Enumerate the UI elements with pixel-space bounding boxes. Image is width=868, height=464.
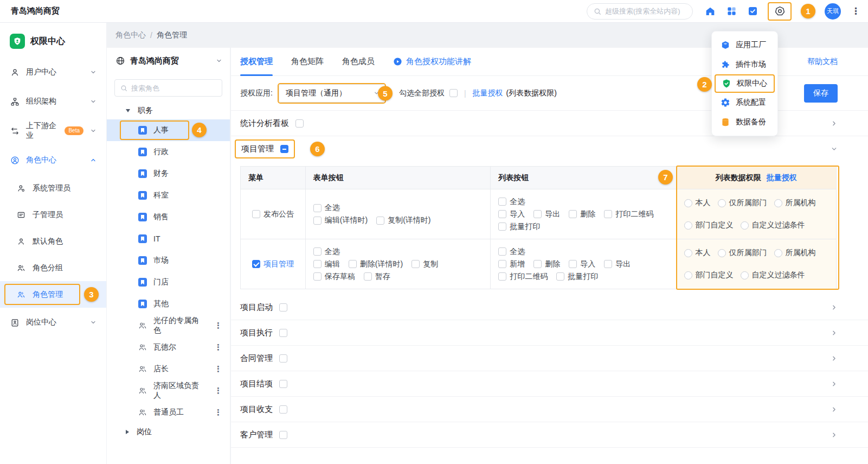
tree-group-post[interactable]: 岗位 bbox=[107, 423, 230, 441]
checkbox-option[interactable]: 打印二维码 bbox=[604, 209, 653, 219]
global-search-input[interactable] bbox=[605, 7, 686, 15]
radio[interactable] bbox=[741, 271, 749, 279]
batch-auth-column-link[interactable]: 批量授权 bbox=[767, 173, 797, 183]
menu-option[interactable]: 发布公告 bbox=[252, 209, 294, 219]
checkbox-option[interactable]: 批量打印 bbox=[498, 222, 540, 232]
check-all-auth[interactable]: 勾选全部授权 bbox=[399, 88, 458, 98]
chevron-expanded-icon[interactable] bbox=[831, 145, 838, 152]
more-vertical-icon[interactable]: ⋮ bbox=[212, 364, 224, 374]
save-button[interactable]: 保存 bbox=[804, 84, 838, 103]
checkbox-option[interactable]: 导入 bbox=[569, 259, 595, 269]
section-checkbox[interactable] bbox=[279, 303, 287, 312]
section-project-execute[interactable]: 项目执行 bbox=[231, 320, 868, 346]
section-checkbox[interactable] bbox=[279, 354, 287, 363]
more-vertical-icon[interactable]: ⋮ bbox=[212, 321, 224, 330]
checkbox[interactable] bbox=[313, 247, 322, 256]
section-checkbox[interactable] bbox=[279, 329, 287, 337]
tree-company-header[interactable]: 青岛鸿尚商贸 bbox=[107, 48, 230, 74]
check-all-checkbox[interactable] bbox=[449, 89, 458, 97]
sidebar-item-user-center[interactable]: 用户中心 bbox=[0, 58, 106, 87]
tree-item-dept[interactable]: 门店 bbox=[107, 271, 230, 293]
checkbox[interactable] bbox=[498, 247, 506, 256]
menu-item-permission-center[interactable]: 2 权限中心 bbox=[715, 74, 775, 93]
app-center-icon[interactable] bbox=[774, 5, 786, 17]
checkbox[interactable] bbox=[349, 260, 357, 268]
checkbox-option[interactable]: 打印二维码 bbox=[498, 272, 548, 282]
more-vertical-icon[interactable]: ⋮ bbox=[212, 342, 224, 352]
menu-item-system-config[interactable]: 系统配置 bbox=[712, 93, 777, 112]
checkbox[interactable] bbox=[533, 260, 542, 268]
tasks-check-icon[interactable] bbox=[747, 5, 758, 17]
chevron-right-icon[interactable] bbox=[831, 120, 838, 127]
tree-item-role[interactable]: 普通员工 ⋮ bbox=[107, 402, 230, 423]
checkbox-option[interactable]: 暂存 bbox=[364, 272, 390, 282]
radio-option[interactable]: 仅所属部门 bbox=[718, 198, 767, 208]
radio[interactable] bbox=[774, 199, 782, 207]
tree-item-dept[interactable]: 市场 bbox=[107, 250, 230, 271]
global-search[interactable] bbox=[587, 3, 693, 20]
checkbox-option[interactable]: 全选 bbox=[313, 247, 340, 257]
checkbox[interactable] bbox=[313, 260, 322, 268]
checkbox-option[interactable]: 新增 bbox=[498, 259, 525, 269]
menu-item-app-factory[interactable]: 应用工厂 bbox=[712, 35, 777, 55]
radio-option[interactable]: 仅所属部门 bbox=[718, 248, 767, 258]
checkbox-option[interactable]: 全选 bbox=[313, 203, 340, 213]
sidebar-item-updown-enterprise[interactable]: 上下游企业 Beta bbox=[0, 116, 106, 145]
checkbox[interactable] bbox=[498, 223, 506, 231]
tab-role-members[interactable]: 角色成员 bbox=[342, 48, 375, 76]
chevron-right-icon[interactable] bbox=[831, 406, 838, 413]
checkbox-option[interactable]: 编辑(详情时) bbox=[313, 215, 368, 225]
more-vertical-icon[interactable]: ⋮ bbox=[212, 386, 224, 396]
chevron-down-icon[interactable] bbox=[216, 58, 222, 64]
menu-item-data-backup[interactable]: 数据备份 bbox=[712, 112, 777, 132]
section-contract-management[interactable]: 合同管理 bbox=[231, 346, 868, 371]
radio-option[interactable]: 自定义过滤条件 bbox=[741, 270, 805, 280]
radio[interactable] bbox=[774, 249, 782, 257]
checkbox-option[interactable]: 批量打印 bbox=[556, 272, 598, 282]
checkbox[interactable] bbox=[313, 217, 322, 225]
sidebar-item-position-center[interactable]: 岗位中心 bbox=[0, 308, 106, 337]
tree-item-dept[interactable]: 其他 bbox=[107, 293, 230, 315]
checkbox[interactable] bbox=[556, 272, 564, 281]
checkbox[interactable] bbox=[376, 217, 384, 225]
radio[interactable] bbox=[684, 271, 692, 279]
tree-item-dept[interactable]: 行政 bbox=[107, 141, 230, 163]
checkbox[interactable] bbox=[498, 272, 506, 281]
menu-option[interactable]: 项目管理 bbox=[252, 259, 294, 269]
section-project-close[interactable]: 项目结项 bbox=[231, 371, 868, 397]
tree-group-job[interactable]: 职务 bbox=[107, 102, 230, 119]
radio-option[interactable]: 部门自定义 bbox=[684, 270, 734, 280]
checkbox-option[interactable]: 全选 bbox=[498, 197, 525, 207]
checkbox[interactable] bbox=[569, 210, 577, 218]
tree-item-role[interactable]: 济南区域负责人 ⋮ bbox=[107, 380, 230, 402]
auth-app-select[interactable]: 项目管理（通用） bbox=[279, 84, 385, 103]
tree-item-dept[interactable]: 人事 4 bbox=[107, 119, 230, 141]
radio-option[interactable]: 部门自定义 bbox=[684, 220, 734, 230]
tree-item-dept[interactable]: IT bbox=[107, 228, 230, 250]
role-search-input[interactable] bbox=[131, 84, 218, 92]
tree-item-dept[interactable]: 财务 bbox=[107, 163, 230, 185]
checkbox[interactable] bbox=[412, 260, 420, 268]
checkbox-option[interactable]: 全选 bbox=[498, 247, 525, 257]
checkbox-checked[interactable] bbox=[252, 260, 260, 268]
section-project-management[interactable]: 项目管理 6 bbox=[231, 136, 868, 162]
checkbox-option[interactable]: 导出 bbox=[533, 209, 560, 219]
checkbox-option[interactable]: 编辑 bbox=[313, 259, 340, 269]
role-auth-tutorial-link[interactable]: 角色授权功能讲解 bbox=[393, 56, 471, 67]
role-search[interactable] bbox=[114, 79, 222, 97]
checkbox-option[interactable]: 导出 bbox=[604, 259, 631, 269]
radio-option[interactable]: 本人 bbox=[684, 198, 711, 208]
checkbox[interactable] bbox=[498, 260, 506, 268]
home-icon[interactable] bbox=[704, 5, 716, 17]
section-customer-management[interactable]: 客户管理 bbox=[231, 422, 868, 448]
checkbox-option[interactable]: 删除 bbox=[569, 209, 595, 219]
section-checkbox[interactable] bbox=[279, 405, 287, 414]
checkbox[interactable] bbox=[498, 210, 506, 218]
radio-option[interactable]: 自定义过滤条件 bbox=[741, 220, 805, 230]
sidebar-subitem-default-role[interactable]: 默认角色 bbox=[0, 228, 106, 255]
checkbox[interactable] bbox=[313, 272, 322, 281]
checkbox[interactable] bbox=[364, 272, 372, 281]
tree-item-role[interactable]: 光仔的专属角色 ⋮ bbox=[107, 315, 230, 336]
section-checkbox[interactable] bbox=[295, 119, 304, 128]
sidebar-item-role-center[interactable]: 角色中心 bbox=[0, 145, 106, 175]
